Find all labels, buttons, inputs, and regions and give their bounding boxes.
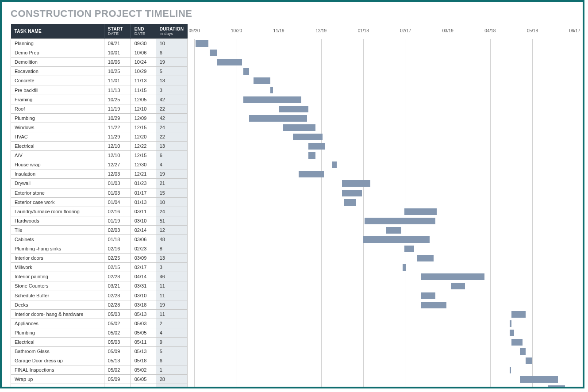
- table-row: Exterior case work01/0401/1310: [11, 197, 188, 207]
- cell-duration: 21: [156, 179, 187, 188]
- table-row: Laundry/furnace room flooring02/1603/112…: [11, 207, 188, 216]
- cell-duration: 6: [156, 356, 187, 365]
- cell-start: 11/01: [104, 76, 131, 85]
- cell-start: 01/04: [104, 197, 131, 207]
- gantt-bar: [526, 357, 533, 364]
- cell-end: 10/29: [131, 67, 156, 76]
- cell-end: 10/06: [131, 48, 156, 58]
- gantt-bar: [363, 236, 430, 243]
- cell-task: Stone Counters: [11, 281, 104, 291]
- cell-duration: 13: [156, 76, 187, 85]
- cell-duration: 11: [156, 309, 187, 319]
- cell-end: 01/17: [131, 188, 156, 197]
- table-row: Excavation10/2510/295: [11, 67, 188, 76]
- table-row: FINAL Inspections05/0205/021: [11, 365, 188, 375]
- cell-start: 05/09: [104, 375, 131, 384]
- gantt-bar: [308, 152, 315, 159]
- cell-duration: 10: [156, 197, 187, 207]
- cell-start: 03/21: [104, 281, 131, 291]
- cell-task: House Cleaning: [11, 384, 104, 388]
- cell-end: 03/10: [131, 291, 156, 300]
- cell-start: 11/22: [104, 123, 131, 132]
- table-row: Electrical12/1012/2213: [11, 142, 188, 151]
- cell-end: 11/13: [131, 76, 156, 85]
- cell-task: FINAL Inspections: [11, 365, 104, 375]
- gantt-bar: [283, 124, 315, 131]
- gantt-bar: [243, 96, 301, 103]
- cell-task: Insulation: [11, 169, 104, 179]
- cell-task: Wrap up: [11, 375, 104, 384]
- cell-duration: 11: [156, 281, 187, 291]
- gantt-bar: [299, 171, 324, 177]
- cell-end: 01/13: [131, 197, 156, 207]
- gantt-bar: [520, 348, 526, 355]
- cell-start: 12/03: [104, 169, 131, 179]
- cell-duration: 3: [156, 85, 187, 95]
- gantt-bar: [404, 208, 437, 215]
- table-row: Demolition10/0610/2419: [11, 58, 188, 67]
- table-row: Exterior stone01/0301/1715: [11, 188, 188, 197]
- cell-start: 01/03: [104, 188, 131, 197]
- axis-tick: 06/17: [569, 28, 580, 33]
- gantt-bar: [421, 302, 446, 308]
- cell-start: 10/29: [104, 113, 131, 123]
- table-row: Insulation12/0312/2119: [11, 169, 188, 179]
- table-row: A/V12/1012/156: [11, 151, 188, 160]
- cell-task: Exterior stone: [11, 188, 104, 197]
- cell-end: 03/10: [131, 216, 156, 225]
- cell-task: Plumbing: [11, 328, 104, 337]
- cell-end: 03/11: [131, 207, 156, 216]
- cell-task: Millwork: [11, 263, 104, 272]
- table-row: Roof11/1912/1022: [11, 104, 188, 113]
- gantt-bar: [421, 273, 484, 280]
- cell-task: Windows: [11, 123, 104, 132]
- cell-duration: 8: [156, 244, 187, 254]
- gantt-bar: [403, 264, 405, 271]
- cell-end: 05/18: [131, 356, 156, 365]
- cell-start: 12/27: [104, 160, 131, 169]
- cell-start: 01/19: [104, 216, 131, 225]
- cell-duration: 5: [156, 347, 187, 356]
- cell-task: Interior doors: [11, 254, 104, 263]
- cell-end: 02/14: [131, 225, 156, 234]
- gantt-bar: [510, 320, 511, 327]
- axis-tick: 12/19: [315, 28, 327, 33]
- gantt-bar: [520, 376, 558, 383]
- cell-start: 02/16: [104, 244, 131, 254]
- timeline-axis: 09/2010/2011/1912/1901/1802/1703/1904/18…: [194, 24, 574, 39]
- table-row: Garage Door dress up05/1305/186: [11, 356, 188, 365]
- axis-tick: 11/19: [273, 28, 284, 33]
- cell-duration: 6: [156, 151, 187, 160]
- gantt-bar: [243, 68, 249, 75]
- th-dur: DURATIONin days: [156, 24, 187, 39]
- cell-start: 09/21: [104, 39, 131, 48]
- gantt-bar: [365, 218, 435, 224]
- cell-task: Plumbing: [11, 113, 104, 123]
- cell-duration: 28: [156, 375, 187, 384]
- cell-start: 05/03: [104, 338, 131, 347]
- cell-start: 10/25: [104, 67, 131, 76]
- cell-end: 12/20: [131, 132, 156, 141]
- cell-duration: 3: [156, 263, 187, 272]
- cell-duration: 11: [156, 291, 187, 300]
- cell-task: Garage Door dress up: [11, 356, 104, 365]
- cell-start: 05/13: [104, 356, 131, 365]
- cell-duration: 2: [156, 319, 187, 328]
- cell-duration: 24: [156, 207, 187, 216]
- cell-task: Tile: [11, 225, 104, 234]
- cell-end: 12/05: [131, 95, 156, 104]
- cell-task: Demo Prep: [11, 48, 104, 58]
- gantt-bar: [421, 292, 435, 299]
- cell-duration: 24: [156, 123, 187, 132]
- cell-end: 12/15: [131, 123, 156, 132]
- cell-duration: 12: [156, 225, 187, 234]
- cell-task: Roof: [11, 104, 104, 113]
- cell-task: Pre backfill: [11, 85, 104, 95]
- table-row: Stone Counters03/2103/3111: [11, 281, 188, 291]
- cell-start: 05/03: [104, 309, 131, 319]
- table-row: Schedule Buffer02/2803/1011: [11, 291, 188, 300]
- cell-duration: 13: [156, 254, 187, 263]
- gantt-bar: [249, 115, 307, 122]
- table-row: House Cleaning05/2906/1013: [11, 384, 188, 388]
- cell-duration: 46: [156, 272, 187, 281]
